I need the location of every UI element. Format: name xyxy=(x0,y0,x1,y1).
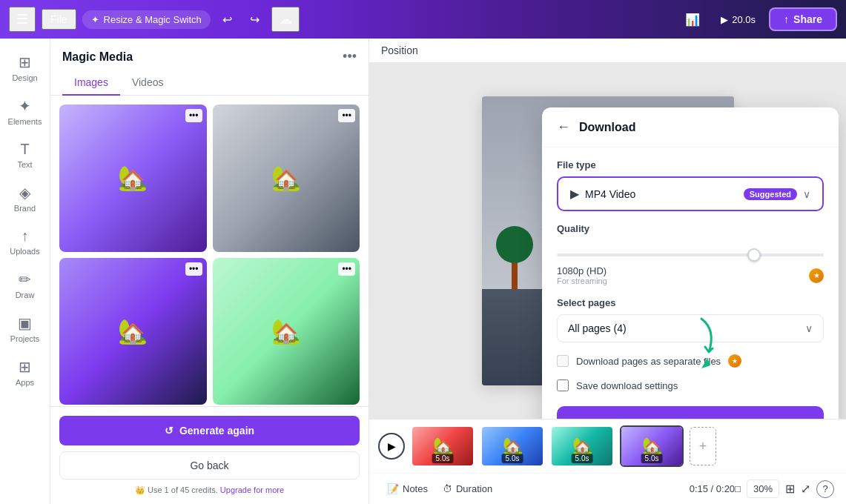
sidebar-item-text[interactable]: T Text xyxy=(4,135,47,175)
sidebar-item-brand[interactable]: ◈ Brand xyxy=(4,178,47,219)
quality-slider[interactable] xyxy=(557,253,824,256)
zoom-out-button[interactable]: □ xyxy=(735,483,741,494)
help-button[interactable]: ? xyxy=(816,480,834,498)
zoom-level-button[interactable]: 30% xyxy=(747,480,779,498)
tab-images[interactable]: Images xyxy=(62,70,120,96)
image-options-button-2[interactable]: ••• xyxy=(338,109,355,122)
preview-play-button[interactable]: ▶ 20.0s xyxy=(713,11,763,28)
panel-bottom: ↺ Generate again Go back 👑 Use 1 of 45 c… xyxy=(50,406,369,504)
timeline-item[interactable]: 🏡 5.0s xyxy=(620,425,684,467)
timeline-play-button[interactable]: ▶ xyxy=(378,433,405,460)
quality-sub: For streaming xyxy=(557,276,607,285)
main-layout: ⊞ Design ✦ Elements T Text ◈ Brand ↑ Upl… xyxy=(0,39,846,504)
download-panel-header: ← Download xyxy=(542,107,839,147)
resize-magic-switch-button[interactable]: ✦ Resize & Magic Switch xyxy=(82,10,211,29)
separate-files-row: Download pages as separate files ★ xyxy=(557,354,824,368)
crown-icon: 👑 xyxy=(135,485,145,494)
chevron-down-icon: ∨ xyxy=(803,188,810,200)
download-button[interactable]: Download xyxy=(557,406,824,419)
chevron-down-pages-icon: ∨ xyxy=(805,322,813,334)
expand-button[interactable]: ⤢ xyxy=(801,482,810,496)
redo-button[interactable]: ↪ xyxy=(244,10,265,30)
download-panel: ← Download File type ▶ MP4 Video Suggest… xyxy=(542,107,839,419)
bottom-left-controls: 📝 Notes ⏱ Duration xyxy=(381,480,498,498)
list-item[interactable]: 🏡 ••• xyxy=(213,105,360,252)
tab-videos[interactable]: Videos xyxy=(120,70,176,96)
sidebar-item-uploads[interactable]: ↑ Uploads xyxy=(4,222,47,262)
bottom-right-controls: □ 30% ⊞ ⤢ ? xyxy=(735,480,834,498)
hamburger-menu-button[interactable]: ☰ xyxy=(9,7,36,32)
download-back-button[interactable]: ← xyxy=(557,119,570,135)
suggested-badge: Suggested xyxy=(744,188,797,200)
cloud-save-button[interactable]: ☁ xyxy=(271,7,300,32)
download-panel-title: Download xyxy=(579,121,635,134)
refresh-icon: ↺ xyxy=(165,425,174,437)
uploads-icon: ↑ xyxy=(22,228,29,245)
share-icon: ↑ xyxy=(784,13,789,25)
timeline-item[interactable]: 🏡 5.0s xyxy=(480,425,544,467)
file-type-selector[interactable]: ▶ MP4 Video Suggested ∨ xyxy=(557,176,824,211)
share-button[interactable]: ↑ Share xyxy=(769,7,837,31)
panel-options-button[interactable]: ••• xyxy=(343,49,357,64)
projects-icon: ▣ xyxy=(18,314,32,332)
list-item[interactable]: 🏡 ••• xyxy=(59,105,207,252)
timeline-strip: ▶ 🏡 5.0s 🏡 5.0s 🏡 5.0s 🏡 5.0s + xyxy=(369,420,846,473)
thumbnail-2-duration: 5.0s xyxy=(502,454,523,463)
position-label: Position xyxy=(381,44,418,56)
analytics-button[interactable]: 📊 xyxy=(678,10,707,30)
duration-button[interactable]: ⏱ Duration xyxy=(437,480,498,498)
design-icon: ⊞ xyxy=(19,53,31,71)
sidebar-item-design[interactable]: ⊞ Design xyxy=(4,47,47,88)
timeline-item[interactable]: 🏡 5.0s xyxy=(550,425,614,467)
canvas-toolbar: Position xyxy=(369,39,846,63)
quality-info: 1080p (HD) For streaming ★ xyxy=(557,265,824,285)
save-settings-row: Save download settings xyxy=(557,379,824,391)
quality-slider-container xyxy=(557,240,824,265)
list-item[interactable]: 🏡 ••• xyxy=(59,258,207,405)
panel-header: Magic Media ••• xyxy=(50,39,369,70)
file-type-section: File type ▶ MP4 Video Suggested ∨ xyxy=(557,159,824,211)
quality-value-group: 1080p (HD) For streaming xyxy=(557,265,607,285)
save-settings-checkbox[interactable] xyxy=(557,379,569,391)
sidebar-item-apps[interactable]: ⊞ Apps xyxy=(4,352,47,393)
panel-scroll: 🏡 ••• 🏡 ••• 🏡 ••• 🏡 ••• Some rules apply xyxy=(50,96,369,406)
undo-button[interactable]: ↩ xyxy=(217,10,238,30)
generate-again-button[interactable]: ↺ Generate again xyxy=(59,416,360,445)
sidebar-item-projects[interactable]: ▣ Projects xyxy=(4,308,47,349)
timeline-item[interactable]: 🏡 5.0s xyxy=(411,425,475,467)
upgrade-link[interactable]: Upgrade for more xyxy=(220,485,284,494)
image-options-button-3[interactable]: ••• xyxy=(185,262,202,276)
pages-selector[interactable]: All pages (4) ∨ xyxy=(557,314,824,342)
sidebar-item-elements[interactable]: ✦ Elements xyxy=(4,91,47,132)
canvas-main: ← Download File type ▶ MP4 Video Suggest… xyxy=(369,63,846,419)
image-options-button-4[interactable]: ••• xyxy=(338,262,355,276)
notes-button[interactable]: 📝 Notes xyxy=(381,480,434,498)
text-icon: T xyxy=(20,141,29,158)
sidebar-item-draw[interactable]: ✏ Draw xyxy=(4,265,47,305)
separate-files-label: Download pages as separate files xyxy=(576,356,721,367)
grid-view-button[interactable]: ⊞ xyxy=(785,482,795,496)
pro-badge-quality: ★ xyxy=(809,268,824,283)
list-item[interactable]: 🏡 ••• xyxy=(213,258,360,405)
save-settings-label: Save download settings xyxy=(576,380,678,391)
brand-icon: ◈ xyxy=(19,184,30,202)
star-icon: ✦ xyxy=(91,14,99,25)
thumbnail-3-duration: 5.0s xyxy=(572,454,593,463)
file-menu-button[interactable]: File xyxy=(42,9,76,30)
go-back-button[interactable]: Go back xyxy=(59,451,360,480)
pages-value: All pages (4) xyxy=(568,322,805,334)
quality-label: Quality xyxy=(557,223,824,234)
add-page-button[interactable]: + xyxy=(690,427,716,465)
canvas-area: Position xyxy=(369,39,846,504)
elements-icon: ✦ xyxy=(19,97,31,115)
notes-icon: 📝 xyxy=(387,483,399,494)
play-icon: ▶ xyxy=(721,14,728,25)
select-pages-section: Select pages All pages (4) ∨ xyxy=(557,297,824,342)
separate-files-checkbox[interactable] xyxy=(557,355,569,367)
bottom-controls: 📝 Notes ⏱ Duration 0:15 / 0:20 □ 30% ⊞ ⤢… xyxy=(369,473,846,504)
draw-icon: ✏ xyxy=(19,271,31,288)
image-options-button-1[interactable]: ••• xyxy=(185,109,202,122)
timecode: 0:15 / 0:20 xyxy=(690,483,735,494)
quality-value: 1080p (HD) xyxy=(557,265,607,276)
panel-tabs: Images Videos xyxy=(50,70,369,96)
